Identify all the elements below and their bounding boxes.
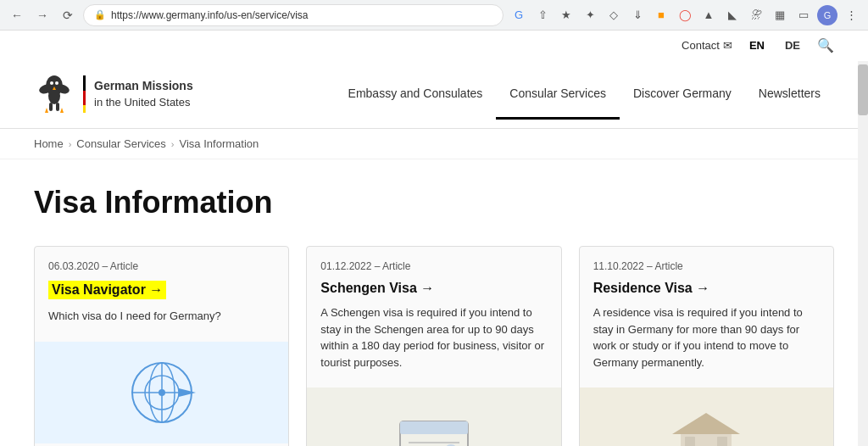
google-icon[interactable]: G (509, 5, 529, 25)
download-icon[interactable]: ⇓ (627, 5, 648, 25)
nav-embassy[interactable]: Embassy and Consulates (335, 70, 497, 120)
star-icon[interactable]: ★ (556, 5, 576, 25)
svg-point-6 (50, 81, 53, 85)
card-3-date: 11.10.2022 – Article (593, 260, 820, 272)
card-residence: 11.10.2022 – Article Residence Visa → A … (579, 246, 834, 446)
extensions-icon[interactable]: ◣ (722, 5, 743, 25)
lang-de-button[interactable]: DE (782, 37, 804, 53)
card-3-title[interactable]: Residence Visa → (593, 281, 820, 296)
vpn-icon[interactable]: ◇ (604, 5, 624, 25)
card-1-image (35, 342, 288, 443)
window-icon[interactable]: ▭ (793, 5, 814, 25)
flag-divider (83, 75, 86, 113)
shield-icon[interactable]: ✦ (580, 5, 600, 25)
forward-button[interactable]: → (32, 5, 53, 25)
address-bar[interactable]: 🔒 https://www.germany.info/us-en/service… (83, 4, 504, 26)
mail-icon: ✉ (723, 39, 732, 52)
page-title: Visa Information (34, 185, 834, 220)
scrollbar-thumb[interactable] (858, 64, 868, 115)
card-1-title[interactable]: Visa Navigator → (48, 281, 275, 299)
logo-area[interactable]: German Missions in the United States (34, 60, 193, 128)
svg-rect-19 (400, 421, 468, 434)
card-3-image (580, 387, 833, 446)
site-wrapper: Contact ✉ EN DE 🔍 (0, 31, 868, 446)
svg-rect-4 (49, 103, 53, 111)
breadcrumb: Home › Consular Services › Visa Informat… (0, 129, 868, 159)
breadcrumb-section[interactable]: Consular Services (76, 137, 166, 150)
lang-en-button[interactable]: EN (746, 37, 768, 53)
card-1-title-highlighted: Visa Navigator → (48, 281, 166, 299)
card-1-desc: Which visa do I need for Germany? (48, 308, 275, 325)
card-2-desc: A Schengen visa is required if you inten… (320, 304, 547, 371)
browser-toolbar: G ⇧ ★ ✦ ◇ ⇓ ■ ◯ ▲ ◣ ⛈ ▦ ▭ G ⋮ (509, 5, 861, 25)
card-1-date: 06.03.2020 – Article (48, 260, 275, 272)
site-header: German Missions in the United States Emb… (0, 60, 868, 129)
breadcrumb-sep-1: › (69, 139, 72, 149)
back-button[interactable]: ← (7, 5, 27, 25)
scrollbar[interactable] (858, 61, 868, 446)
svg-point-7 (55, 81, 58, 85)
svg-marker-24 (672, 413, 740, 434)
svg-marker-9 (45, 108, 48, 113)
card-visa-navigator: 06.03.2020 – Article Visa Navigator → Wh… (34, 246, 289, 446)
bitwarden-icon[interactable]: ■ (651, 5, 671, 25)
breadcrumb-home[interactable]: Home (34, 137, 64, 150)
main-nav: Embassy and Consulates Consular Services… (335, 70, 834, 120)
profile-avatar[interactable]: G (817, 5, 837, 25)
contact-label: Contact (682, 39, 720, 52)
card-2-image (307, 387, 560, 446)
kaspersky-icon[interactable]: ▲ (698, 5, 719, 25)
nav-newsletters[interactable]: Newsletters (745, 70, 834, 120)
card-3-desc: A residence visa is required if you inte… (593, 304, 820, 371)
opera-icon[interactable]: ◯ (675, 5, 695, 25)
schengen-illustration (383, 404, 485, 446)
browser-chrome: ← → ⟳ 🔒 https://www.germany.info/us-en/s… (0, 0, 868, 31)
search-button-top[interactable]: 🔍 (817, 37, 834, 53)
cards-row: 06.03.2020 – Article Visa Navigator → Wh… (34, 246, 834, 446)
breadcrumb-current: Visa Information (180, 137, 259, 150)
logo-text: German Missions in the United States (94, 78, 193, 110)
svg-marker-16 (179, 388, 196, 397)
nav-discover[interactable]: Discover Germany (620, 70, 745, 120)
nav-consular[interactable]: Consular Services (496, 70, 620, 120)
menu-icon[interactable]: ⋮ (841, 5, 861, 25)
lock-icon: 🔒 (94, 9, 106, 20)
top-bar: Contact ✉ EN DE 🔍 (0, 31, 868, 60)
card-3-body: 11.10.2022 – Article Residence Visa → A … (580, 247, 833, 387)
breadcrumb-sep-2: › (171, 139, 175, 149)
residence-illustration (655, 404, 757, 446)
svg-rect-5 (56, 103, 59, 111)
card-schengen: 01.12.2022 – Article Schengen Visa → A S… (306, 246, 561, 446)
reload-button[interactable]: ⟳ (58, 5, 78, 25)
visa-nav-illustration (103, 350, 221, 435)
eagle-logo (34, 70, 75, 118)
svg-point-17 (159, 389, 165, 396)
puzzle-icon[interactable]: ⛈ (746, 5, 766, 25)
share-icon[interactable]: ⇧ (532, 5, 553, 25)
tab-search-icon[interactable]: ▦ (770, 5, 790, 25)
svg-marker-10 (60, 108, 64, 113)
card-2-body: 01.12.2022 – Article Schengen Visa → A S… (307, 247, 560, 387)
contact-link[interactable]: Contact ✉ (682, 39, 732, 52)
card-2-date: 01.12.2022 – Article (320, 260, 547, 272)
svg-rect-26 (685, 437, 695, 446)
card-2-title[interactable]: Schengen Visa → (320, 281, 547, 296)
svg-rect-27 (717, 437, 727, 446)
url-text: https://www.germany.info/us-en/service/v… (111, 9, 309, 21)
page-content: Visa Information 06.03.2020 – Article Vi… (0, 159, 868, 446)
card-1-body: 06.03.2020 – Article Visa Navigator → Wh… (35, 247, 288, 342)
